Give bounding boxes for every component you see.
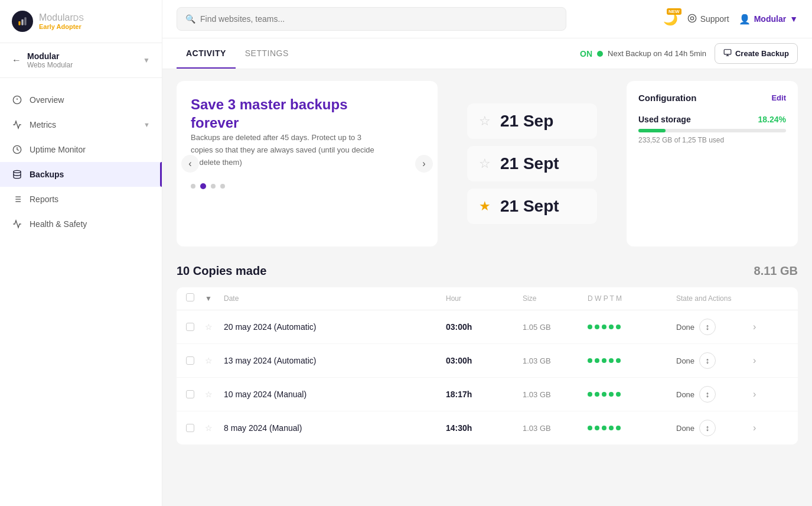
promo-card: ‹ Save 3 master backups forever Backups …: [177, 81, 438, 246]
row-checkbox-4[interactable]: [186, 424, 194, 432]
row-hour-4: 14:30h: [446, 423, 523, 433]
row-dots-3: [588, 392, 676, 397]
promo-prev-button[interactable]: ‹: [181, 155, 199, 173]
tab-settings[interactable]: SETTINGS: [236, 39, 298, 69]
row-expand-2[interactable]: ›: [753, 355, 788, 366]
row-expand-1[interactable]: ›: [753, 322, 788, 332]
sidebar: ModularDS Early Adopter ← Modular Webs M…: [0, 0, 162, 506]
row-checkbox-3[interactable]: [186, 390, 194, 398]
restore-button-3[interactable]: ↕: [699, 386, 716, 403]
edit-button[interactable]: Edit: [771, 93, 786, 102]
row-expand-4[interactable]: ›: [753, 423, 788, 433]
workspace-selector[interactable]: ← Modular Webs Modular ▼: [0, 43, 162, 78]
reports-label: Reports: [30, 194, 58, 204]
metrics-icon: [12, 119, 22, 130]
dot-d: [588, 325, 592, 329]
reports-icon: [12, 194, 22, 205]
restore-button-1[interactable]: ↕: [699, 319, 716, 335]
svg-point-15: [690, 17, 693, 20]
workspace-name: Modular: [27, 51, 73, 61]
table-header: ▼ Date Hour Size D W P T M State and Act…: [177, 287, 798, 310]
create-backup-button[interactable]: Create Backup: [715, 43, 798, 64]
row-star-4[interactable]: ☆: [205, 423, 224, 433]
promo-desc: Backups are deleted after 45 days. Prote…: [191, 132, 380, 168]
user-menu[interactable]: 👤 Modular ▼: [739, 14, 798, 25]
search-icon: 🔍: [185, 14, 195, 24]
row-state-2: Done: [676, 356, 694, 365]
copies-header: 10 Copies made 8.11 GB: [177, 264, 798, 278]
col-sort-icon[interactable]: ▼: [205, 294, 224, 303]
col-hour-header: Hour: [446, 294, 523, 303]
health-icon: [12, 219, 22, 229]
status-dot: [597, 51, 603, 57]
user-label: Modular: [754, 14, 786, 24]
row-checkbox-1[interactable]: [186, 323, 194, 331]
promo-next-button[interactable]: ›: [415, 155, 433, 173]
tab-activity[interactable]: ACTIVITY: [177, 39, 236, 69]
search-bar[interactable]: 🔍: [177, 7, 566, 31]
svg-rect-2: [24, 17, 26, 25]
promo-title: Save 3 master backups forever: [191, 95, 368, 132]
workspace-sub: Webs Modular: [27, 61, 73, 69]
row-star-2[interactable]: ☆: [205, 356, 224, 365]
row-star-1[interactable]: ☆: [205, 322, 224, 332]
svg-rect-0: [18, 21, 20, 25]
moon-button[interactable]: 🌙 NEW: [663, 12, 678, 26]
overview-label: Overview: [30, 95, 64, 105]
star-empty-icon-2[interactable]: ☆: [479, 156, 491, 171]
col-checkbox-header: [186, 293, 205, 304]
dot-1[interactable]: [191, 184, 195, 189]
backups-icon: [12, 169, 22, 180]
dot-4[interactable]: [220, 184, 225, 189]
promo-backup-date-1: 21 Sep: [500, 112, 553, 131]
select-all-checkbox[interactable]: [186, 293, 194, 301]
row-actions-3: Done ↕: [676, 386, 753, 403]
dot-2[interactable]: [200, 183, 206, 189]
sidebar-item-uptime[interactable]: Uptime Monitor: [0, 137, 162, 162]
row-state-1: Done: [676, 323, 694, 332]
row-expand-3[interactable]: ›: [753, 389, 788, 400]
col-dw-header: D W P T M: [588, 294, 676, 303]
search-input[interactable]: [200, 14, 557, 24]
row-state-4: Done: [676, 424, 694, 433]
uptime-label: Uptime Monitor: [30, 145, 86, 154]
next-backup-label: Next Backup on 4d 14h 5min: [608, 49, 706, 58]
restore-button-4[interactable]: ↕: [699, 420, 716, 436]
promo-backup-item-1: ☆ 21 Sep: [467, 103, 597, 139]
dot-3[interactable]: [211, 184, 216, 189]
storage-bar-fill: [638, 129, 666, 132]
sidebar-item-overview[interactable]: Overview: [0, 87, 162, 112]
tabs-right: ON Next Backup on 4d 14h 5min Create Bac…: [580, 43, 798, 64]
metrics-chevron-icon: ▼: [144, 121, 150, 128]
row-actions-2: Done ↕: [676, 352, 753, 369]
row-checkbox-2[interactable]: [186, 356, 194, 365]
new-badge: NEW: [667, 8, 681, 15]
table-row: ☆ 20 may 2024 (Automatic) 03:00h 1.05 GB…: [177, 310, 798, 344]
sidebar-item-health[interactable]: Health & Safety: [0, 212, 162, 236]
svg-rect-1: [21, 20, 23, 25]
sidebar-item-reports[interactable]: Reports: [0, 187, 162, 212]
row-date-2: 13 may 2024 (Automatic): [224, 356, 446, 365]
dot-p: [602, 325, 606, 329]
top-section: ‹ Save 3 master backups forever Backups …: [177, 81, 798, 246]
back-arrow-icon[interactable]: ←: [12, 55, 21, 66]
logo-area: ModularDS Early Adopter: [0, 0, 162, 43]
row-date-3: 10 may 2024 (Manual): [224, 390, 446, 399]
col-state-header: State and Actions: [676, 294, 753, 303]
row-hour-3: 18:17h: [446, 390, 523, 399]
promo-backup-item-3: ★ 21 Sept: [467, 189, 597, 224]
star-filled-icon-3[interactable]: ★: [479, 199, 491, 214]
copies-title: 10 Copies made: [177, 264, 266, 278]
logo-sub: Early Adopter: [39, 23, 84, 30]
row-star-3[interactable]: ☆: [205, 390, 224, 399]
promo-backup-item-2: ☆ 21 Sept: [467, 146, 597, 181]
sidebar-item-metrics[interactable]: Metrics ▼: [0, 112, 162, 137]
support-button[interactable]: Support: [687, 14, 729, 25]
row-dots-4: [588, 426, 676, 430]
star-empty-icon-1[interactable]: ☆: [479, 113, 491, 129]
backup-icon: [723, 48, 732, 59]
row-date-4: 8 may 2024 (Manual): [224, 423, 446, 433]
storage-row: Used storage 18.24%: [638, 115, 786, 124]
sidebar-item-backups[interactable]: Backups: [0, 162, 162, 187]
restore-button-2[interactable]: ↕: [699, 352, 716, 369]
